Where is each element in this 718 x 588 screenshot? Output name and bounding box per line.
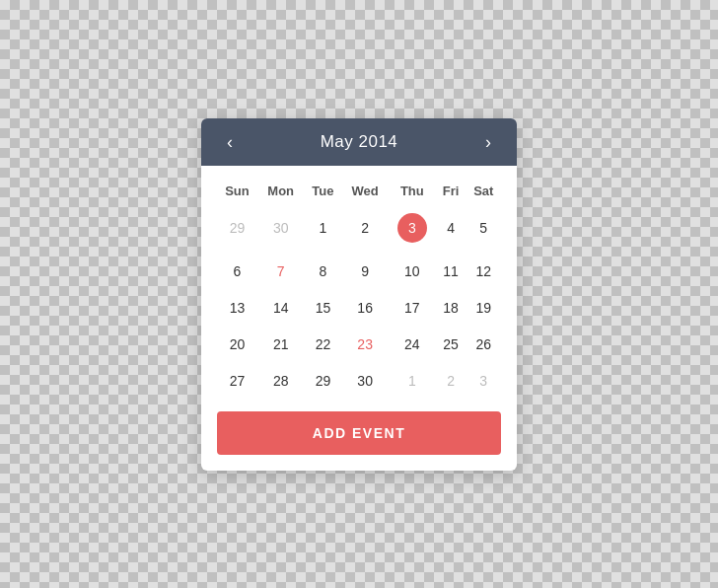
calendar-day[interactable]: 5	[467, 206, 501, 250]
calendar-day[interactable]: 14	[257, 293, 305, 323]
weekday-header: Sat	[467, 176, 501, 206]
calendar-today[interactable]: 3	[389, 206, 436, 250]
calendar-day[interactable]: 11	[436, 250, 467, 293]
calendar-week-row: 13141516171819	[217, 293, 501, 323]
calendar-day[interactable]: 2	[436, 366, 467, 396]
calendar-day[interactable]: 18	[436, 293, 467, 323]
calendar-day[interactable]: 21	[257, 323, 305, 366]
calendar-week-row: 27282930123	[217, 366, 501, 396]
calendar-day[interactable]: 30	[341, 366, 389, 396]
weekday-header: Wed	[341, 176, 389, 206]
weekday-header-row: SunMonTueWedThuFriSat	[217, 176, 501, 206]
weekday-header: Tue	[305, 176, 342, 206]
calendar-day[interactable]: 7	[257, 250, 305, 293]
calendar-week-row: 6789101112	[217, 250, 501, 293]
calendar-day[interactable]: 29	[305, 366, 342, 396]
calendar-day[interactable]: 4	[436, 206, 467, 250]
calendar-week-row: 20212223242526	[217, 323, 501, 366]
calendar-day[interactable]: 2	[341, 206, 389, 250]
calendar-widget: ‹ May 2014 › SunMonTueWedThuFriSat 29301…	[201, 118, 517, 471]
calendar-day[interactable]: 10	[389, 250, 436, 293]
calendar-day[interactable]: 15	[305, 293, 342, 323]
calendar-day[interactable]: 17	[389, 293, 436, 323]
calendar-day[interactable]: 23	[341, 323, 389, 366]
calendar-grid: SunMonTueWedThuFriSat 293012345678910111…	[217, 176, 501, 396]
calendar-day[interactable]: 24	[389, 323, 436, 366]
calendar-day[interactable]: 26	[467, 323, 501, 366]
calendar-day[interactable]: 8	[305, 250, 342, 293]
calendar-day[interactable]: 22	[305, 323, 342, 366]
weekday-header: Sun	[217, 176, 257, 206]
weekday-header: Fri	[436, 176, 467, 206]
calendar-day[interactable]: 29	[217, 206, 257, 250]
calendar-body: SunMonTueWedThuFriSat 293012345678910111…	[201, 166, 517, 411]
calendar-day[interactable]: 9	[341, 250, 389, 293]
add-event-button[interactable]: ADD EVENT	[217, 411, 501, 455]
calendar-day[interactable]: 13	[217, 293, 257, 323]
calendar-day[interactable]: 1	[305, 206, 342, 250]
calendar-header: ‹ May 2014 ›	[201, 118, 517, 166]
prev-month-button[interactable]: ‹	[221, 133, 239, 151]
calendar-day[interactable]: 1	[389, 366, 436, 396]
calendar-day[interactable]: 25	[436, 323, 467, 366]
weekday-header: Mon	[257, 176, 305, 206]
weekday-header: Thu	[389, 176, 436, 206]
calendar-day[interactable]: 6	[217, 250, 257, 293]
calendar-week-row: 293012345	[217, 206, 501, 250]
calendar-day[interactable]: 27	[217, 366, 257, 396]
calendar-day[interactable]: 30	[257, 206, 305, 250]
calendar-day[interactable]: 28	[257, 366, 305, 396]
month-year-label: May 2014	[321, 132, 398, 152]
calendar-day[interactable]: 19	[467, 293, 501, 323]
next-month-button[interactable]: ›	[479, 133, 497, 151]
calendar-day[interactable]: 12	[467, 250, 501, 293]
calendar-day[interactable]: 16	[341, 293, 389, 323]
calendar-day[interactable]: 3	[467, 366, 501, 396]
calendar-day[interactable]: 20	[217, 323, 257, 366]
